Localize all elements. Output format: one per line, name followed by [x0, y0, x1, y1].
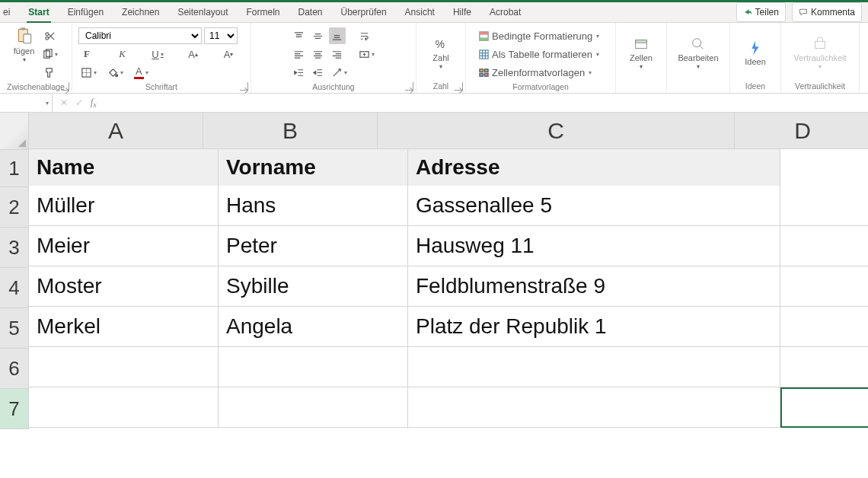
decrease-font-button[interactable]: A▾	[220, 46, 237, 62]
editing-button[interactable]: Bearbeiten ▾	[678, 26, 718, 80]
align-right-button[interactable]	[329, 46, 346, 62]
formula-input[interactable]	[104, 94, 868, 112]
tab-view[interactable]: Ansicht	[396, 2, 444, 22]
tab-file[interactable]: ei	[3, 2, 19, 22]
increase-font-button[interactable]: A▴	[185, 46, 202, 62]
share-button[interactable]: Teilen	[736, 2, 786, 22]
align-bottom-button[interactable]	[329, 27, 346, 44]
cell-d7[interactable]	[780, 387, 868, 428]
cell-a3[interactable]: Meier	[29, 226, 219, 266]
bold-button[interactable]: F	[78, 46, 95, 62]
tab-pagelayout[interactable]: Seitenlayout	[168, 2, 237, 22]
cell-styles-button[interactable]: Zellenformatvorlagen▾	[476, 64, 605, 81]
col-header-d[interactable]: D	[735, 113, 868, 149]
align-left-button[interactable]	[291, 46, 308, 62]
align-center-button[interactable]	[310, 46, 327, 62]
fx-icon[interactable]: fx	[91, 97, 97, 109]
col-header-b[interactable]: B	[203, 113, 378, 149]
cell-a4[interactable]: Moster	[29, 266, 219, 307]
cell-b3[interactable]: Peter	[219, 226, 408, 266]
cell-d3[interactable]	[780, 226, 868, 266]
merge-button[interactable]: ▾	[356, 46, 377, 62]
cell-a7[interactable]	[29, 387, 219, 428]
italic-button[interactable]: K	[114, 46, 131, 62]
wrap-text-button[interactable]	[356, 27, 373, 44]
svg-rect-10	[480, 31, 488, 34]
tab-data[interactable]: Daten	[289, 2, 332, 22]
row-header-4[interactable]: 4	[0, 268, 29, 308]
cell-c7[interactable]	[408, 387, 780, 428]
conditional-format-button[interactable]: Bedingte Formatierung▾	[476, 27, 605, 44]
number-format-button[interactable]: % Zahl ▾	[432, 26, 449, 80]
tab-start[interactable]: Start	[19, 2, 58, 22]
indent-icon	[312, 67, 324, 78]
name-box[interactable]: ▾	[0, 94, 53, 112]
col-header-c[interactable]: C	[378, 113, 735, 149]
cell-d1[interactable]	[780, 149, 868, 186]
cell-c4[interactable]: Feldblumenstraße 9	[408, 266, 780, 307]
cell-d5[interactable]	[780, 307, 868, 347]
tab-draw[interactable]: Zeichnen	[113, 2, 168, 22]
row-header-1[interactable]: 1	[0, 150, 29, 187]
cell-b5[interactable]: Angela	[219, 307, 408, 347]
row-header-5[interactable]: 5	[0, 308, 29, 349]
cell-b4[interactable]: Sybille	[219, 266, 408, 307]
font-launcher[interactable]	[240, 82, 248, 91]
tab-help[interactable]: Hilfe	[444, 2, 480, 22]
tab-review[interactable]: Überprüfen	[332, 2, 396, 22]
cell-c2[interactable]: Gassenallee 5	[408, 186, 780, 226]
cells-button[interactable]: Zellen ▾	[630, 26, 653, 80]
alignment-launcher[interactable]	[405, 82, 413, 91]
format-table-button[interactable]: Als Tabelle formatieren▾	[476, 46, 605, 62]
fill-color-button[interactable]: ▾	[105, 64, 126, 81]
cell-b7[interactable]	[219, 387, 408, 428]
cell-a6[interactable]	[29, 347, 219, 387]
font-size-select[interactable]: 11	[204, 27, 238, 44]
increase-indent-button[interactable]	[310, 64, 327, 81]
font-color-button[interactable]: A▾	[132, 64, 151, 81]
svg-rect-13	[480, 69, 483, 72]
cancel-formula-icon[interactable]: ✕	[60, 97, 68, 108]
editing-label: Bearbeiten	[678, 53, 718, 62]
cell-b6[interactable]	[219, 347, 408, 387]
cell-c1[interactable]: Adresse	[408, 149, 780, 186]
cell-c6[interactable]	[408, 347, 780, 387]
cell-d4[interactable]	[780, 266, 868, 307]
row-header-7[interactable]: 7	[0, 389, 29, 429]
tab-acrobat[interactable]: Acrobat	[480, 2, 530, 22]
ideas-button[interactable]: Ideen	[745, 26, 766, 80]
cell-c5[interactable]: Platz der Republik 1	[408, 307, 780, 347]
cell-c3[interactable]: Hausweg 11	[408, 226, 780, 266]
cell-d2[interactable]	[780, 186, 868, 226]
comment-button[interactable]: Kommenta	[792, 2, 862, 22]
clipboard-launcher[interactable]	[61, 82, 69, 91]
orientation-button[interactable]: ▾	[329, 64, 349, 81]
number-launcher[interactable]	[455, 82, 463, 91]
tab-insert[interactable]: Einfügen	[59, 2, 113, 22]
cell-b2[interactable]: Hans	[219, 186, 408, 226]
col-header-a[interactable]: A	[29, 113, 203, 149]
font-name-select[interactable]: Calibri	[78, 27, 202, 44]
table-icon	[478, 49, 490, 60]
align-middle-button[interactable]	[310, 27, 327, 44]
cell-a1[interactable]: Name	[29, 149, 219, 186]
tab-formulas[interactable]: Formeln	[237, 2, 289, 22]
copy-button[interactable]: ▾	[40, 46, 60, 62]
format-painter-button[interactable]	[40, 64, 60, 81]
enter-formula-icon[interactable]: ✓	[75, 97, 83, 108]
align-top-button[interactable]	[291, 27, 308, 44]
row-header-6[interactable]: 6	[0, 349, 29, 389]
borders-button[interactable]: ▾	[78, 64, 99, 81]
decrease-indent-button[interactable]	[291, 64, 308, 81]
cell-a2[interactable]: Müller	[29, 186, 219, 226]
sensitivity-button[interactable]: Vertraulichkeit ▾	[793, 26, 846, 80]
paste-button[interactable]: fügen ▾	[12, 26, 37, 81]
cut-button[interactable]	[40, 27, 60, 44]
select-all-corner[interactable]	[0, 113, 29, 150]
cell-b1[interactable]: Vorname	[219, 149, 408, 186]
row-header-3[interactable]: 3	[0, 228, 29, 268]
cell-a5[interactable]: Merkel	[29, 307, 219, 347]
cell-d6[interactable]	[780, 347, 868, 387]
underline-button[interactable]: U▾	[149, 46, 166, 62]
row-header-2[interactable]: 2	[0, 187, 29, 228]
